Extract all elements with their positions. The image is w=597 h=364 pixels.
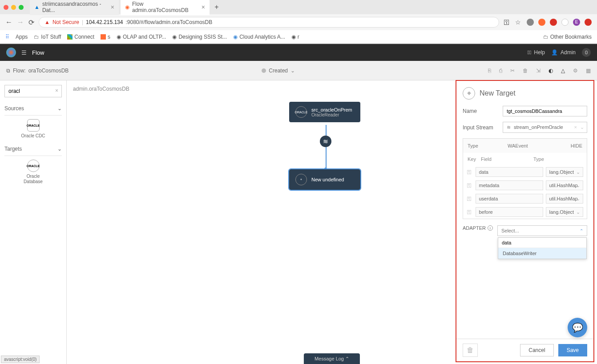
adapter-label: ADAPTER i (463, 225, 493, 231)
cut-icon[interactable]: ✂ (510, 68, 515, 74)
targets-section-header[interactable]: Targets⌄ (4, 142, 62, 156)
key-icon[interactable]: ⚿ (467, 196, 473, 201)
cancel-button[interactable]: Cancel (520, 344, 553, 356)
profile-avatar[interactable]: E (573, 19, 580, 26)
clear-icon[interactable]: × (574, 124, 577, 130)
export-icon[interactable]: ⇲ (536, 68, 541, 74)
search-input[interactable] (4, 85, 62, 97)
help-icon: ？⃝ (528, 49, 532, 56)
copy-icon[interactable]: ⎘ (488, 68, 491, 74)
bookmark-cloud[interactable]: ◉ Cloud Analytics A... (233, 34, 285, 40)
ext-icon-5[interactable] (585, 19, 592, 26)
help-button[interactable]: ？⃝ Help (528, 49, 545, 56)
ext-icon-4[interactable] (561, 19, 569, 26)
field-input[interactable] (476, 194, 543, 204)
ext-icon-3[interactable] (550, 19, 557, 26)
security-warning-icon: ▲ (44, 19, 50, 25)
source-oracle-cdc[interactable]: ORACLE Oracle CDC (4, 116, 62, 142)
tab-title: Flow admin.oraToCosmosDB (132, 1, 199, 13)
bookmark-star-icon[interactable]: ☆ (515, 19, 522, 26)
chat-fab[interactable]: 💬 (568, 318, 587, 337)
key-icon[interactable]: ⚿ (504, 19, 511, 26)
security-label: Not Secure (52, 19, 79, 25)
type-select[interactable]: util.HashMap (546, 180, 583, 190)
message-log-toggle[interactable]: Message Log ⌃ (304, 353, 360, 364)
sources-section-header[interactable]: Sources⌄ (4, 102, 62, 116)
gauge-icon[interactable]: ◐ (549, 68, 553, 74)
info-icon[interactable]: i (488, 225, 493, 231)
chevron-up-icon: ⌃ (580, 228, 583, 233)
adapter-option-databasewriter[interactable]: DatabaseWriter (498, 248, 586, 259)
col-type: Type (533, 156, 582, 162)
bookmark-r[interactable]: ◉ r (291, 34, 299, 40)
node-source[interactable]: ORACLE src_oracleOnPrem OracleReader (289, 102, 360, 122)
menu-icon[interactable]: ☰ (21, 49, 27, 56)
panel-title: New Target (480, 89, 516, 97)
ext-icon-1[interactable] (527, 19, 534, 26)
save-button[interactable]: Save (558, 344, 587, 356)
close-window[interactable] (4, 5, 8, 10)
other-bookmarks[interactable]: 🗀 Other Bookmarks (543, 34, 592, 40)
node-title: New undefined (311, 177, 344, 182)
new-tab-button[interactable]: + (211, 3, 222, 11)
ext-icon-2[interactable] (538, 19, 545, 26)
canvas-breadcrumb: admin.oraToCosmosDB (73, 86, 129, 92)
type-select[interactable]: lang.Object (546, 207, 583, 217)
node-target[interactable]: ⌖ New undefined (289, 169, 360, 190)
connector-line (326, 147, 327, 169)
oracle-icon: ORACLE (27, 119, 40, 132)
field-input[interactable] (476, 167, 543, 177)
close-tab-icon[interactable]: × (111, 4, 114, 11)
gear-icon[interactable]: ⚙ (573, 68, 578, 74)
bookmark-ssis[interactable]: ◉ Designing SSIS St... (172, 34, 227, 40)
user-icon: 👤 (551, 49, 558, 56)
trash-icon[interactable]: 🗑 (523, 68, 528, 74)
close-tab-icon[interactable]: × (202, 4, 205, 11)
bookmark-apps[interactable]: Apps (16, 34, 28, 40)
stream-icon: ≋ (507, 124, 511, 130)
key-icon[interactable]: ⚿ (467, 209, 473, 215)
grid-icon[interactable]: ▦ (586, 68, 591, 74)
notification-badge[interactable]: 0 (582, 48, 591, 57)
target-oracle-database[interactable]: ORACLE OracleDatabase (4, 156, 62, 188)
name-label: Name (463, 108, 503, 114)
apps-icon[interactable]: ⠿ (5, 34, 9, 40)
field-input[interactable] (476, 180, 543, 190)
node-stream[interactable]: ≋ (320, 136, 331, 147)
alert-icon[interactable]: △ (561, 68, 565, 74)
reload-icon[interactable]: ⟳ (28, 18, 34, 27)
browser-tab-2[interactable]: ◉ Flow admin.oraToCosmosDB × (121, 0, 210, 15)
adapter-search-input[interactable] (498, 238, 586, 248)
bookmark-olap[interactable]: ◉ OLAP and OLTP... (117, 34, 166, 40)
name-input[interactable] (503, 106, 587, 116)
bookmark-s[interactable]: s (101, 34, 110, 40)
maximize-window[interactable] (19, 5, 24, 10)
col-field: Field (481, 156, 533, 162)
hide-toggle[interactable]: HIDE (565, 143, 582, 148)
input-stream-select[interactable]: ≋ stream_onPremOracle × ⌄ (503, 122, 587, 133)
minimize-window[interactable] (11, 5, 16, 10)
key-icon[interactable]: ⚿ (467, 169, 473, 175)
delete-button[interactable]: 🗑 (463, 344, 478, 357)
address-bar[interactable]: ▲ Not Secure | 104.42.215.134:9080/#/flo… (39, 17, 499, 28)
browser-tab-1[interactable]: ▲ striimcassandracosmos - Dat... × (30, 0, 119, 15)
chevron-down-icon[interactable]: ⌄ (290, 68, 295, 74)
bookmark-connect[interactable]: Connect (67, 34, 94, 40)
clear-search-icon[interactable]: × (55, 88, 58, 94)
target-icon: ⌖ (463, 87, 475, 100)
app-logo-icon[interactable] (6, 48, 16, 57)
adapter-select[interactable] (498, 226, 587, 236)
key-icon[interactable]: ⚿ (467, 183, 473, 188)
status-bar-hover: avascript:void(0) (1, 356, 40, 363)
flow-icon: ⧉ (6, 68, 10, 74)
adapter-dropdown: DatabaseWriter (498, 237, 587, 259)
paste-icon[interactable]: ⎙ (499, 68, 502, 74)
admin-button[interactable]: 👤 Admin (551, 49, 576, 56)
forward-icon[interactable]: → (17, 18, 24, 26)
status-label[interactable]: Created (269, 68, 288, 74)
type-select[interactable]: util.HashMap (546, 194, 583, 204)
field-input[interactable] (476, 207, 543, 217)
bookmark-iot[interactable]: 🗀 IoT Stuff (34, 34, 61, 40)
back-icon[interactable]: ← (5, 18, 12, 26)
type-select[interactable]: lang.Object (546, 167, 583, 177)
